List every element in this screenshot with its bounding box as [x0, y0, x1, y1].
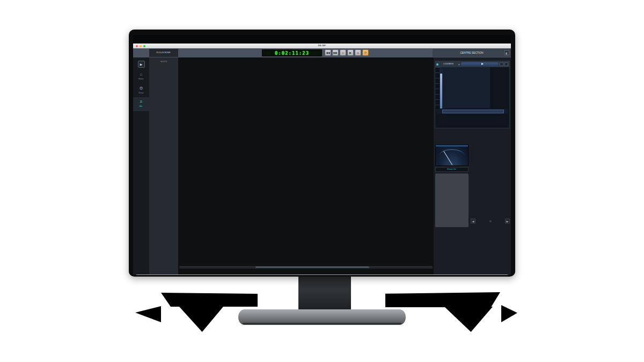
loudness-meter: LOUDNESS ▾	[435, 61, 510, 128]
monitor-shadow	[385, 292, 500, 307]
chevron-down-icon[interactable]: ▾	[458, 63, 460, 66]
monitor-stand-base	[238, 309, 406, 325]
window-controls[interactable]	[136, 45, 145, 47]
sidebar-section: HOSTS	[151, 60, 177, 64]
master-vu-meter	[435, 144, 469, 166]
loudness-progress-bar[interactable]	[461, 62, 499, 66]
label: Mix	[140, 106, 142, 108]
mixer-scrollbar-thumb[interactable]	[255, 266, 369, 268]
rail-item-setup[interactable]: ⚙Setup	[133, 84, 149, 98]
loudness-readouts	[490, 67, 509, 108]
bus-compressor-panel	[435, 173, 469, 227]
centre-section-title: CENTRE SECTION	[460, 52, 483, 54]
rail-item-home[interactable]: ⌂Home	[133, 70, 149, 84]
ssl-logo-icon[interactable]: ▶	[138, 61, 145, 68]
monitor-stand-neck	[298, 275, 351, 314]
label: Setup	[138, 92, 143, 94]
monitor-shadow	[179, 307, 223, 332]
plugin-mixer-label: PLUG-IN MIXER	[157, 52, 171, 54]
stop-button[interactable]: ■	[340, 49, 346, 56]
loudness-zoom-window[interactable]	[442, 110, 504, 113]
loudness-overview-bar[interactable]	[436, 109, 508, 114]
mixer-icon: ≡	[140, 100, 143, 104]
screen: SSL 360° PLUG-IN MIXER 0:02:11:23 ◀◀▶▶■▶…	[133, 35, 511, 275]
monitor-shadow	[501, 305, 517, 322]
page-dot	[489, 220, 492, 222]
loudness-history-graph[interactable]	[443, 67, 490, 108]
loudness-header: LOUDNESS ▾	[435, 61, 509, 67]
loop-button[interactable]: ⟳	[362, 49, 369, 56]
meter-options-icon[interactable]	[504, 62, 508, 66]
zoom-window-icon[interactable]	[143, 45, 145, 47]
close-window-icon[interactable]	[136, 45, 138, 47]
loudness-selectors	[435, 114, 509, 120]
power-icon[interactable]	[436, 63, 438, 66]
next-page-icon[interactable]: ▶	[505, 219, 510, 223]
rewind-button[interactable]: ◀◀	[325, 49, 331, 56]
plugin-mixer-tab[interactable]: PLUG-IN MIXER	[149, 49, 178, 57]
rail-item-mix[interactable]: ≡Mix	[133, 97, 149, 111]
bezel-highlight	[136, 274, 508, 275]
macos-titlebar: SSL 360°	[133, 44, 511, 48]
prev-page-icon[interactable]: ◀	[471, 219, 475, 223]
centre-section-panel: LOUDNESS ▾	[434, 57, 511, 275]
meter-view-icon[interactable]	[500, 62, 503, 66]
window-title: SSL 360°	[213, 45, 431, 47]
bus-meter-nav: ◀ ▶	[471, 219, 510, 223]
minimize-window-icon[interactable]	[140, 45, 142, 47]
loudness-title: LOUDNESS	[443, 63, 453, 66]
monitor-shadow	[135, 306, 161, 322]
play-button[interactable]: ▶	[347, 49, 354, 56]
fast-forward-button[interactable]: ▶▶	[332, 49, 339, 56]
scene: SSL 360° PLUG-IN MIXER 0:02:11:23 ◀◀▶▶■▶…	[0, 0, 644, 362]
mixer-scrollbar[interactable]	[179, 266, 433, 269]
left-icon-rail: ▶ ⌂Home⚙Setup≡Mix	[133, 57, 149, 275]
master-vu-label[interactable]: Stereo Out	[435, 167, 469, 172]
record-button[interactable]: ●	[355, 49, 361, 56]
sidebar-section-title: HOSTS	[151, 60, 177, 64]
transport-controls: ◀◀▶▶■▶●⟳	[325, 49, 369, 56]
app-topbar: PLUG-IN MIXER 0:02:11:23 ◀◀▶▶■▶●⟳ CENTRE…	[133, 48, 511, 57]
home-icon: ⌂	[140, 73, 143, 77]
monitor: SSL 360° PLUG-IN MIXER 0:02:11:23 ◀◀▶▶■▶…	[129, 30, 515, 277]
label: Home	[138, 78, 143, 80]
centre-section-header: CENTRE SECTION ◧	[433, 49, 511, 57]
label: HOSTS	[160, 61, 167, 63]
monitor-shadow	[161, 293, 258, 307]
loudness-axis	[435, 67, 440, 108]
plugin-mixer-sidebar: HOSTS	[149, 57, 178, 275]
timecode-display: 0:02:11:23	[262, 49, 322, 56]
mixer-area	[178, 57, 434, 275]
loudness-graph-area	[435, 67, 509, 108]
panel-toggle-icon[interactable]: ◧	[504, 50, 509, 55]
monitor-shadow	[444, 307, 493, 332]
gear-icon: ⚙	[139, 86, 143, 91]
